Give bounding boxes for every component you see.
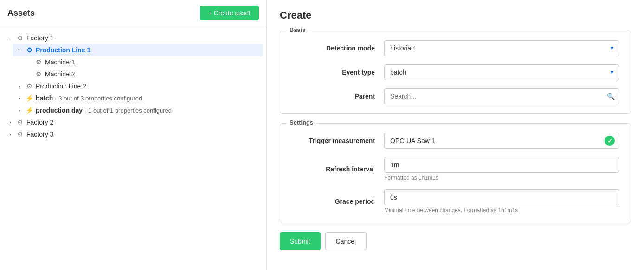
chevron-factory2: › bbox=[6, 119, 14, 126]
tree-item-machine-1[interactable]: › ⚙ Machine 1 bbox=[22, 56, 263, 68]
gear-icon-factory2: ⚙ bbox=[16, 118, 24, 126]
tree-item-machine-2[interactable]: › ⚙ Machine 2 bbox=[22, 68, 263, 80]
create-asset-button[interactable]: + Create asset bbox=[200, 6, 259, 20]
label-production-line-2: Production Line 2 bbox=[36, 82, 86, 90]
gear-icon-production-line-1: ⚙ bbox=[25, 46, 33, 54]
right-panel: Create Basis Detection mode historian re… bbox=[267, 0, 644, 270]
event-type-label: Event type bbox=[291, 69, 384, 76]
refresh-interval-control: Formatted as 1h1m1s bbox=[384, 157, 619, 181]
label-factory1: Factory 1 bbox=[26, 34, 53, 42]
label-factory3: Factory 3 bbox=[26, 131, 53, 138]
refresh-interval-label: Refresh interval bbox=[291, 165, 384, 173]
tree-item-production-day[interactable]: › ⚡ production day- 1 out of 1 propertie… bbox=[13, 104, 263, 116]
gear-icon-factory3: ⚙ bbox=[16, 130, 24, 138]
submit-button[interactable]: Submit bbox=[280, 232, 321, 250]
event-type-select[interactable]: batch event alarm bbox=[384, 64, 619, 80]
detection-mode-select[interactable]: historian realtime manual bbox=[384, 40, 619, 56]
detection-mode-control: historian realtime manual ▼ bbox=[384, 40, 619, 56]
label-machine-2: Machine 2 bbox=[45, 70, 75, 78]
chevron-production-line-2: › bbox=[16, 82, 23, 90]
refresh-interval-hint: Formatted as 1h1m1s bbox=[384, 175, 619, 181]
settings-section: Settings Trigger measurement ✓ Refresh i… bbox=[280, 123, 631, 223]
basis-section-title: Basis bbox=[287, 26, 309, 33]
gear-icon-factory1: ⚙ bbox=[16, 34, 24, 42]
create-title: Create bbox=[280, 9, 631, 21]
detection-mode-label: Detection mode bbox=[291, 44, 384, 52]
chevron-factory3: › bbox=[6, 131, 14, 138]
gear-icon-production-line-2: ⚙ bbox=[25, 82, 33, 90]
grace-period-hint: Minimal time between changes. Formatted … bbox=[384, 207, 619, 213]
tree-item-factory3[interactable]: › ⚙ Factory 3 bbox=[4, 128, 263, 140]
sublabel-production-day: - 1 out of 1 properties configured bbox=[84, 107, 172, 114]
grace-period-input[interactable] bbox=[384, 189, 619, 205]
parent-row: Parent 🔍 bbox=[291, 88, 619, 104]
trigger-measurement-control: ✓ bbox=[384, 133, 619, 149]
chevron-batch: › bbox=[16, 94, 23, 102]
sublabel-batch: - 3 out of 3 properties configured bbox=[55, 95, 142, 102]
event-type-wrapper: batch event alarm ▼ bbox=[384, 64, 619, 80]
parent-search-wrapper: 🔍 bbox=[384, 88, 619, 104]
cancel-button[interactable]: Cancel bbox=[325, 232, 367, 250]
trigger-wrapper: ✓ bbox=[384, 133, 619, 149]
event-type-row: Event type batch event alarm ▼ bbox=[291, 64, 619, 80]
tree-item-factory2[interactable]: › ⚙ Factory 2 bbox=[4, 116, 263, 128]
label-production-day: production day- 1 out of 1 properties co… bbox=[36, 107, 172, 114]
trigger-measurement-input[interactable] bbox=[384, 133, 619, 149]
chevron-production-line-1: › bbox=[16, 46, 23, 54]
parent-search-icon: 🔍 bbox=[607, 93, 615, 100]
lightning-icon-production-day: ⚡ bbox=[25, 106, 33, 114]
lightning-icon-batch: ⚡ bbox=[25, 94, 33, 102]
label-machine-1: Machine 1 bbox=[45, 58, 75, 66]
trigger-measurement-label: Trigger measurement bbox=[291, 137, 384, 144]
event-type-control: batch event alarm ▼ bbox=[384, 64, 619, 80]
tree-item-production-line-2[interactable]: › ⚙ Production Line 2 bbox=[13, 80, 263, 92]
tree-item-factory1[interactable]: › ⚙ Factory 1 bbox=[4, 32, 263, 44]
gear-icon-machine-1: ⚙ bbox=[34, 58, 43, 66]
chevron-factory1: › bbox=[6, 34, 14, 42]
footer-buttons: Submit Cancel bbox=[280, 232, 631, 250]
refresh-interval-input[interactable] bbox=[384, 157, 619, 173]
label-production-line-1: Production Line 1 bbox=[36, 46, 90, 54]
trigger-check-icon: ✓ bbox=[605, 136, 615, 146]
label-batch: batch- 3 out of 3 properties configured bbox=[36, 94, 142, 102]
settings-section-title: Settings bbox=[287, 119, 316, 126]
grace-period-row: Grace period Minimal time between change… bbox=[291, 189, 619, 213]
left-header: Assets + Create asset bbox=[0, 0, 266, 26]
gear-icon-machine-2: ⚙ bbox=[34, 70, 43, 78]
trigger-measurement-row: Trigger measurement ✓ bbox=[291, 133, 619, 149]
label-factory2: Factory 2 bbox=[26, 119, 53, 126]
parent-label: Parent bbox=[291, 93, 384, 100]
parent-search-input[interactable] bbox=[384, 88, 619, 104]
parent-control: 🔍 bbox=[384, 88, 619, 104]
tree-item-batch[interactable]: › ⚡ batch- 3 out of 3 properties configu… bbox=[13, 92, 263, 104]
grace-period-control: Minimal time between changes. Formatted … bbox=[384, 189, 619, 213]
refresh-interval-row: Refresh interval Formatted as 1h1m1s bbox=[291, 157, 619, 181]
chevron-production-day: › bbox=[16, 107, 23, 114]
detection-mode-wrapper: historian realtime manual ▼ bbox=[384, 40, 619, 56]
tree-item-production-line-1[interactable]: › ⚙ Production Line 1 bbox=[13, 44, 263, 56]
basis-section: Basis Detection mode historian realtime … bbox=[280, 31, 631, 114]
left-panel: Assets + Create asset › ⚙ Factory 1 › ⚙ … bbox=[0, 0, 267, 270]
grace-period-label: Grace period bbox=[291, 198, 384, 205]
assets-title: Assets bbox=[7, 8, 35, 18]
detection-mode-row: Detection mode historian realtime manual… bbox=[291, 40, 619, 56]
asset-tree: › ⚙ Factory 1 › ⚙ Production Line 1 › ⚙ … bbox=[0, 26, 266, 146]
